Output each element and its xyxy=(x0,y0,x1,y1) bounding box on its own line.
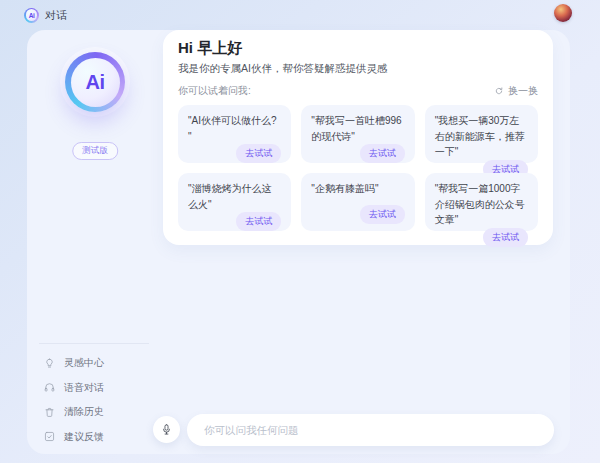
voice-input-button[interactable] xyxy=(153,416,180,443)
question-input[interactable] xyxy=(187,414,554,446)
sidebar-menu: 灵感中心 语音对话 清除历史 建议反馈 xyxy=(39,343,149,447)
lightbulb-icon xyxy=(43,357,56,370)
try-it-button[interactable]: 去试试 xyxy=(360,144,405,163)
greeting-subtitle: 我是你的专属AI伙伴，帮你答疑解惑提供灵感 xyxy=(178,62,538,76)
suggestion-text: "淄博烧烤为什么这么火" xyxy=(188,181,281,212)
topbar: Ai 对话 xyxy=(0,0,600,30)
microphone-icon xyxy=(160,423,173,436)
suggestion-text: "企鹅有膝盖吗" xyxy=(311,181,404,197)
app-container: Ai 测试版 灵感中心 语音对话 清除历史 建议反馈 Hi 早上好 我是你的 xyxy=(27,30,570,454)
suggestion-card[interactable]: "帮我写一篇1000字介绍锅包肉的公众号文章" 去试试 xyxy=(425,173,538,231)
sidebar-item-feedback[interactable]: 建议反馈 xyxy=(43,427,147,447)
suggestion-card[interactable]: "AI伙伴可以做什么? " 去试试 xyxy=(178,105,291,163)
hint-row: 你可以试着问我: 换一换 xyxy=(178,84,538,98)
beta-badge: 测试版 xyxy=(72,142,118,160)
try-it-button[interactable]: 去试试 xyxy=(236,212,281,231)
page-title: 对话 xyxy=(45,8,67,23)
suggestion-grid: "AI伙伴可以做什么? " 去试试 "帮我写一首吐槽996的现代诗" 去试试 "… xyxy=(178,105,538,231)
suggestion-card[interactable]: "淄博烧烤为什么这么火" 去试试 xyxy=(178,173,291,231)
suggestion-text: "帮我写一首吐槽996的现代诗" xyxy=(311,113,404,144)
sidebar-item-label: 灵感中心 xyxy=(64,356,104,370)
sidebar-item-label: 清除历史 xyxy=(64,405,104,419)
sidebar-item-label: 语音对话 xyxy=(64,381,104,395)
trash-icon xyxy=(43,406,56,419)
refresh-icon xyxy=(494,86,504,96)
app-logo-icon: Ai xyxy=(24,8,39,23)
user-avatar[interactable] xyxy=(554,4,572,22)
headphones-icon xyxy=(43,381,56,394)
suggestion-card[interactable]: "我想买一辆30万左右的新能源车，推荐一下" 去试试 xyxy=(425,105,538,163)
sidebar-item-inspiration[interactable]: 灵感中心 xyxy=(43,353,147,373)
refresh-suggestions-button[interactable]: 换一换 xyxy=(494,84,538,98)
suggestion-card[interactable]: "企鹅有膝盖吗" 去试试 xyxy=(301,173,414,231)
try-it-button[interactable]: 去试试 xyxy=(360,205,405,224)
suggestion-card[interactable]: "帮我写一首吐槽996的现代诗" 去试试 xyxy=(301,105,414,163)
sidebar-item-label: 建议反馈 xyxy=(64,430,104,444)
feedback-icon xyxy=(43,430,56,443)
greeting-card: Hi 早上好 我是你的专属AI伙伴，帮你答疑解惑提供灵感 你可以试着问我: 换一… xyxy=(163,30,553,245)
sidebar-item-clear-history[interactable]: 清除历史 xyxy=(43,402,147,422)
refresh-label: 换一换 xyxy=(508,84,538,98)
ai-logo: Ai xyxy=(65,52,125,112)
sidebar: Ai 测试版 灵感中心 语音对话 清除历史 建议反馈 xyxy=(27,30,163,454)
suggestion-text: "AI伙伴可以做什么? " xyxy=(188,113,281,144)
ai-logo-text: Ai xyxy=(86,71,105,94)
suggestions-hint: 你可以试着问我: xyxy=(178,84,251,98)
suggestion-text: "我想买一辆30万左右的新能源车，推荐一下" xyxy=(435,113,528,160)
sidebar-item-voice-chat[interactable]: 语音对话 xyxy=(43,378,147,398)
try-it-button[interactable]: 去试试 xyxy=(236,144,281,163)
try-it-button[interactable]: 去试试 xyxy=(483,228,528,247)
app-logo-text: Ai xyxy=(29,12,35,19)
greeting-title: Hi 早上好 xyxy=(178,39,538,56)
suggestion-text: "帮我写一篇1000字介绍锅包肉的公众号文章" xyxy=(435,181,528,228)
